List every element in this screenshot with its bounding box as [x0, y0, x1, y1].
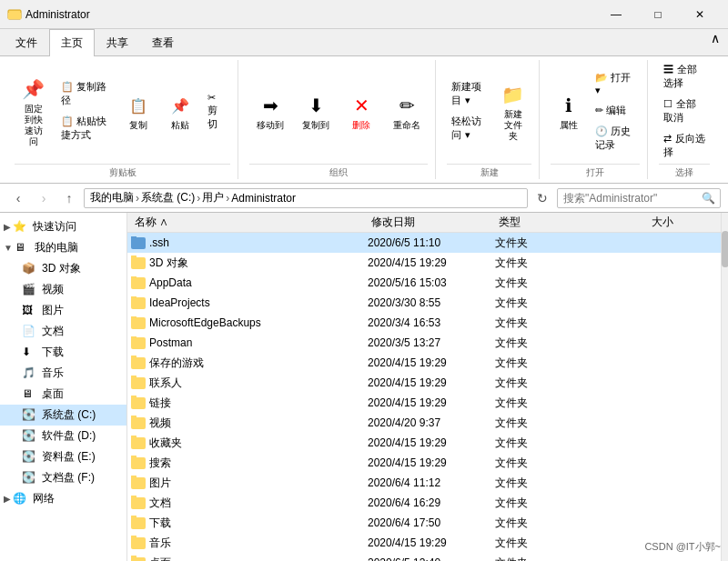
quickaccess-icon: ⭐: [13, 220, 27, 235]
address-path[interactable]: 我的电脑 › 系统盘 (C:) › 用户 › Administrator: [84, 188, 528, 208]
table-row[interactable]: MicrosoftEdgeBackups 2020/3/4 16:53 文件夹: [127, 313, 721, 333]
tab-view[interactable]: 查看: [140, 29, 186, 56]
search-input[interactable]: [557, 188, 721, 208]
paste-shortcut-button[interactable]: 📋 粘贴快捷方式: [56, 112, 116, 145]
table-row[interactable]: .ssh 2020/6/5 11:10 文件夹: [127, 233, 721, 253]
table-row[interactable]: 链接 2020/4/15 19:29 文件夹: [127, 393, 721, 413]
file-type: 文件夹: [495, 396, 604, 411]
table-row[interactable]: Postman 2020/3/5 13:27 文件夹: [127, 333, 721, 353]
sidebar-item-network[interactable]: ▶ 🌐 网络: [0, 488, 126, 509]
sidebar-item-downloads[interactable]: ⬇ 下载: [0, 342, 126, 363]
table-row[interactable]: 图片 2020/6/4 11:12 文件夹: [127, 473, 721, 493]
rename-button[interactable]: ✏ 重命名: [386, 86, 428, 135]
sidebar-item-3dobjects[interactable]: 📦 3D 对象: [0, 258, 126, 279]
edit-button[interactable]: ✏ 编辑: [591, 101, 641, 120]
open-button[interactable]: 📂 打开 ▾: [591, 68, 641, 99]
file-date: 2020/4/20 9:37: [368, 416, 495, 429]
new-folder-button[interactable]: 📁 新建文件夹: [495, 75, 531, 146]
file-date: 2020/6/4 17:50: [368, 516, 495, 529]
table-row[interactable]: 桌面 2020/6/5 12:40 文件夹: [127, 553, 721, 561]
sidebar-item-mycomputer[interactable]: ▼ 🖥 我的电脑: [0, 237, 126, 258]
maximize-button[interactable]: □: [637, 0, 679, 29]
invert-selection-button[interactable]: ⇄ 反向选择: [659, 129, 710, 162]
col-header-size[interactable]: 大小: [604, 215, 677, 230]
copy-button[interactable]: 📋 复制: [119, 88, 157, 134]
sidebar-item-edrive[interactable]: 💽 资料盘 (E:): [0, 446, 126, 467]
easy-access-button[interactable]: 轻松访问 ▾: [447, 112, 490, 145]
back-button[interactable]: ‹: [7, 187, 29, 209]
tab-home[interactable]: 主页: [49, 29, 95, 56]
delete-button[interactable]: ✕ 删除: [340, 86, 382, 135]
scrollbar-thumb[interactable]: [722, 231, 728, 267]
cut-button[interactable]: ✂ 剪切: [203, 89, 231, 134]
history-button[interactable]: 🕐 历史记录: [591, 122, 641, 155]
file-type: 文件夹: [495, 316, 604, 331]
file-name: MicrosoftEdgeBackups: [131, 316, 368, 329]
move-to-button[interactable]: ➡ 移动到: [249, 86, 291, 135]
documents-icon: 📄: [22, 325, 36, 339]
pin-to-quickaccess-button[interactable]: 📌 固定到快速访问: [15, 70, 53, 152]
sidebar-item-fdrive[interactable]: 💽 文档盘 (F:): [0, 467, 126, 488]
copy-to-button[interactable]: ⬇ 复制到: [295, 86, 337, 135]
paste-button[interactable]: 📌 粘贴: [161, 88, 199, 134]
file-date: 2020/6/5 12:40: [368, 556, 495, 561]
file-date: 2020/4/15 19:29: [368, 536, 495, 549]
up-button[interactable]: ↑: [58, 187, 80, 209]
table-row[interactable]: 联系人 2020/4/15 19:29 文件夹: [127, 373, 721, 393]
ribbon-tabs: 文件 主页 共享 查看 ∧: [0, 29, 728, 56]
sidebar-item-documents[interactable]: 📄 文档: [0, 321, 126, 342]
window-title: Administrator: [25, 8, 595, 21]
table-row[interactable]: 下载 2020/6/4 17:50 文件夹: [127, 513, 721, 533]
sidebar-item-music[interactable]: 🎵 音乐: [0, 363, 126, 384]
file-name: 联系人: [131, 376, 368, 391]
sidebar-item-cdrive[interactable]: 💽 系统盘 (C:): [0, 405, 126, 426]
file-type: 文件夹: [495, 436, 604, 451]
table-row[interactable]: 保存的游戏 2020/4/15 19:29 文件夹: [127, 353, 721, 373]
window-icon: [7, 7, 22, 22]
table-row[interactable]: AppData 2020/5/16 15:03 文件夹: [127, 273, 721, 293]
sidebar-item-videos[interactable]: 🎬 视频: [0, 279, 126, 300]
ribbon-pin-button[interactable]: ∧: [706, 29, 724, 47]
table-row[interactable]: 视频 2020/4/20 9:37 文件夹: [127, 413, 721, 433]
new-item-button[interactable]: 新建项目 ▾: [447, 77, 490, 110]
file-date: 2020/6/4 16:29: [368, 496, 495, 509]
sidebar-item-desktop[interactable]: 🖥 桌面: [0, 384, 126, 405]
table-row[interactable]: 搜索 2020/4/15 19:29 文件夹: [127, 453, 721, 473]
ribbon-group-organize: ➡ 移动到 ⬇ 复制到 ✕ 删除 ✏ 重命名 组织: [242, 60, 436, 179]
delete-icon: ✕: [347, 91, 376, 120]
new-label: 新建: [447, 164, 531, 179]
window-controls: — □ ✕: [595, 0, 721, 29]
file-type: 文件夹: [495, 536, 604, 551]
table-row[interactable]: 收藏夹 2020/4/15 19:29 文件夹: [127, 433, 721, 453]
properties-button[interactable]: ℹ 属性: [551, 86, 587, 135]
close-button[interactable]: ✕: [679, 0, 721, 29]
path-drive: 系统盘 (C:): [141, 190, 195, 205]
new-folder-icon: 📁: [499, 80, 528, 109]
minimize-button[interactable]: —: [595, 0, 637, 29]
refresh-button[interactable]: ↻: [531, 187, 553, 209]
table-row[interactable]: 文档 2020/6/4 16:29 文件夹: [127, 493, 721, 513]
file-name: 视频: [131, 416, 368, 431]
table-row[interactable]: 3D 对象 2020/4/15 19:29 文件夹: [127, 253, 721, 273]
deselect-all-button[interactable]: ☐ 全部取消: [659, 95, 710, 127]
col-header-type[interactable]: 类型: [495, 215, 604, 230]
videos-icon: 🎬: [22, 283, 36, 297]
table-row[interactable]: IdeaProjects 2020/3/30 8:55 文件夹: [127, 293, 721, 313]
file-name: 文档: [131, 496, 368, 511]
col-header-date[interactable]: 修改日期: [368, 215, 495, 230]
file-type: 文件夹: [495, 476, 604, 491]
sidebar-item-ddrive[interactable]: 💽 软件盘 (D:): [0, 426, 126, 446]
ribbon-group-clipboard: 📌 固定到快速访问 📋 复制路径 📋 粘贴快捷方式 📋 复制: [7, 60, 238, 179]
select-all-button[interactable]: ☰ 全部选择: [659, 60, 710, 93]
sidebar-item-quickaccess[interactable]: ▶ ⭐ 快速访问: [0, 216, 126, 237]
file-type: 文件夹: [495, 556, 604, 562]
sidebar-item-pictures[interactable]: 🖼 图片: [0, 300, 126, 321]
copy-path-button[interactable]: 📋 复制路径: [56, 77, 116, 110]
file-type: 文件夹: [495, 336, 604, 351]
tab-share[interactable]: 共享: [95, 29, 140, 56]
path-admin: Administrator: [231, 192, 296, 205]
forward-button[interactable]: ›: [33, 187, 55, 209]
col-header-name[interactable]: 名称 ∧: [131, 215, 368, 230]
tab-file[interactable]: 文件: [4, 29, 49, 56]
table-row[interactable]: 音乐 2020/4/15 19:29 文件夹: [127, 533, 721, 553]
